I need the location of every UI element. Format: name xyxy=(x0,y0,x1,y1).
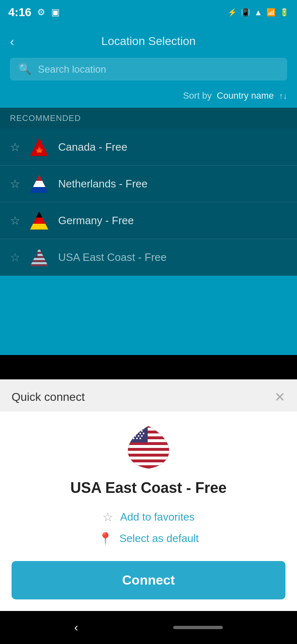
list-item[interactable]: ☆ Germany - Free xyxy=(0,202,297,239)
battery-icon: 🔋 xyxy=(280,8,289,17)
location-selection-screen: ‹ Location Selection 🔍 Search location S… xyxy=(0,25,297,355)
section-header-recommended: RECOMMENDED xyxy=(0,108,297,129)
svg-rect-13 xyxy=(28,246,50,268)
status-bar: 4:16 ⚙ ▣ ⚡ 📳 ▲ 📶 🔋 xyxy=(0,0,297,25)
svg-point-30 xyxy=(136,428,138,429)
select-as-default-label: Select as default xyxy=(119,532,198,545)
top-bar: ‹ Location Selection xyxy=(0,25,297,58)
svg-rect-20 xyxy=(124,428,173,431)
svg-point-44 xyxy=(138,435,139,437)
list-item[interactable]: ☆ USA East Coast - Free xyxy=(0,239,297,276)
nav-back-button[interactable]: ‹ xyxy=(74,621,78,634)
list-item[interactable]: ☆ 🍁 Canada - Free xyxy=(0,129,297,166)
svg-point-38 xyxy=(133,433,134,434)
sort-label: Sort by xyxy=(183,90,212,101)
back-button[interactable]: ‹ xyxy=(10,34,14,49)
location-title: USA East Coast - Free xyxy=(71,479,227,497)
germany-location-name: Germany - Free xyxy=(58,214,134,227)
svg-rect-25 xyxy=(124,457,173,459)
svg-point-41 xyxy=(143,433,144,434)
svg-point-35 xyxy=(138,430,139,432)
svg-point-42 xyxy=(131,435,133,437)
svg-rect-9 xyxy=(28,211,50,218)
svg-rect-15 xyxy=(28,254,50,256)
signal-icon: 📶 xyxy=(266,8,276,17)
svg-point-37 xyxy=(130,433,131,434)
svg-rect-27 xyxy=(128,426,148,443)
close-button[interactable]: ✕ xyxy=(274,389,285,405)
svg-point-45 xyxy=(141,435,143,437)
nav-bar: ‹ xyxy=(0,611,297,644)
sort-bar[interactable]: Sort by Country name ↑↓ xyxy=(0,87,297,108)
germany-flag-icon xyxy=(28,210,50,231)
wifi-icon: ▲ xyxy=(254,8,262,17)
favorite-star-usa[interactable]: ☆ xyxy=(10,251,20,264)
svg-point-31 xyxy=(139,428,141,429)
netherlands-flag-icon xyxy=(28,173,50,194)
svg-point-34 xyxy=(134,430,136,432)
status-left: 4:16 ⚙ ▣ xyxy=(8,6,60,19)
favorites-star-icon: ☆ xyxy=(102,510,113,524)
location-pin-icon: 📍 xyxy=(98,532,113,545)
usa-flag-logo xyxy=(124,424,173,469)
page-title: Location Selection xyxy=(101,35,196,48)
search-container: 🔍 Search location xyxy=(10,58,287,80)
search-input[interactable]: Search location xyxy=(38,64,106,75)
svg-rect-24 xyxy=(124,451,173,454)
sort-arrows-icon: ↑↓ xyxy=(279,91,287,100)
svg-rect-11 xyxy=(28,224,50,231)
svg-rect-18 xyxy=(28,248,38,257)
svg-point-49 xyxy=(139,438,141,439)
favorite-star-netherlands[interactable]: ☆ xyxy=(10,177,20,191)
quick-connect-title: Quick connect xyxy=(12,391,85,404)
list-item[interactable]: ☆ Netherlands - Free xyxy=(0,166,297,202)
svg-rect-16 xyxy=(28,258,50,260)
netherlands-location-name: Netherlands - Free xyxy=(58,178,148,190)
svg-point-28 xyxy=(130,428,131,429)
record-icon: ▣ xyxy=(51,7,60,18)
search-box[interactable]: 🔍 Search location xyxy=(10,58,287,80)
svg-point-48 xyxy=(136,438,138,439)
svg-rect-26 xyxy=(124,462,173,465)
svg-point-40 xyxy=(139,433,141,434)
svg-rect-6 xyxy=(28,181,50,187)
gear-icon: ⚙ xyxy=(37,7,45,18)
svg-point-29 xyxy=(133,428,134,429)
svg-point-46 xyxy=(130,438,131,439)
search-icon: 🔍 xyxy=(18,63,31,76)
svg-rect-23 xyxy=(124,445,173,448)
favorite-star-canada[interactable]: ☆ xyxy=(10,140,20,154)
cast-icon: ⚡ xyxy=(228,8,237,17)
sheet-content: USA East Coast - Free ☆ Add to favorites… xyxy=(0,412,297,611)
svg-text:🍁: 🍁 xyxy=(35,146,44,155)
svg-rect-17 xyxy=(28,262,50,264)
quick-connect-sheet: Quick connect ✕ xyxy=(0,379,297,611)
svg-point-33 xyxy=(131,430,133,432)
vibrate-icon: 📳 xyxy=(241,8,250,17)
sort-value: Country name xyxy=(217,90,274,101)
svg-rect-14 xyxy=(28,250,50,252)
canada-flag-icon: 🍁 xyxy=(28,136,50,158)
usa-flag-icon-small xyxy=(28,246,50,268)
select-as-default-button[interactable]: 📍 Select as default xyxy=(98,532,198,545)
svg-rect-21 xyxy=(124,433,173,436)
status-right: ⚡ 📳 ▲ 📶 🔋 xyxy=(228,8,289,17)
usa-east-location-name: USA East Coast - Free xyxy=(58,251,167,264)
home-indicator[interactable] xyxy=(173,626,223,629)
canada-location-name: Canada - Free xyxy=(58,141,127,154)
svg-rect-10 xyxy=(28,218,50,224)
status-time: 4:16 xyxy=(8,6,31,19)
add-to-favorites-label: Add to favorites xyxy=(120,511,195,523)
favorite-star-germany[interactable]: ☆ xyxy=(10,214,20,227)
add-to-favorites-button[interactable]: ☆ Add to favorites xyxy=(102,510,195,524)
connect-button[interactable]: Connect xyxy=(12,561,285,599)
sheet-header: Quick connect ✕ xyxy=(0,379,297,412)
svg-rect-5 xyxy=(28,175,50,181)
svg-rect-7 xyxy=(28,187,50,194)
location-list: RECOMMENDED ☆ 🍁 Canada - Free ☆ xyxy=(0,108,297,276)
